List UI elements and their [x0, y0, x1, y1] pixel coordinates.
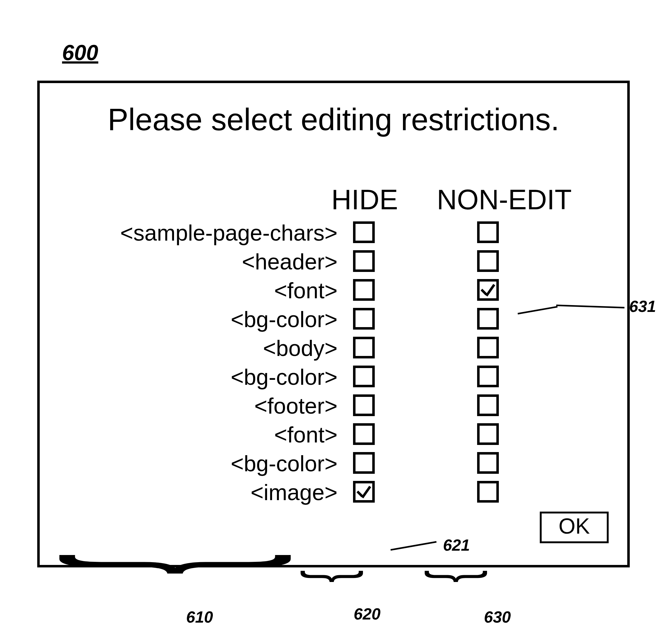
- callout-hide-column: 620: [354, 605, 381, 623]
- brace-icon: }: [72, 554, 320, 575]
- element-label: <sample-page-chars>: [102, 220, 338, 246]
- table-row: <image>: [102, 479, 567, 508]
- table-row: <body>: [102, 335, 567, 364]
- figure-canvas: 600 Please select editing restrictions. …: [0, 0, 671, 644]
- leader-line: [391, 541, 437, 551]
- nonedit-checkbox[interactable]: [477, 365, 499, 387]
- nonedit-checkbox[interactable]: [477, 279, 499, 301]
- hide-checkbox[interactable]: [353, 337, 375, 358]
- nonedit-checkbox[interactable]: [477, 395, 499, 416]
- callout-hide-checked: 621: [443, 536, 470, 554]
- table-row: <header>: [102, 248, 567, 277]
- element-label: <image>: [102, 480, 338, 505]
- nonedit-checkbox[interactable]: [477, 481, 499, 503]
- callout-nonedit-column: 630: [484, 608, 511, 626]
- hide-checkbox[interactable]: [353, 481, 375, 503]
- element-label: <header>: [102, 249, 338, 274]
- hide-checkbox[interactable]: [353, 423, 375, 445]
- element-label: <footer>: [102, 393, 338, 418]
- hide-checkbox[interactable]: [353, 452, 375, 474]
- hide-checkbox[interactable]: [353, 365, 375, 387]
- restrictions-dialog: Please select editing restrictions. HIDE…: [37, 81, 630, 567]
- element-label: <font>: [102, 422, 338, 448]
- callout-nonedit-checked: 631: [629, 297, 656, 315]
- table-row: <font>: [102, 277, 567, 306]
- table-row: <sample-page-chars>: [102, 220, 567, 248]
- hide-checkbox[interactable]: [353, 250, 375, 272]
- hide-checkbox[interactable]: [353, 308, 375, 330]
- hide-checkbox[interactable]: [353, 395, 375, 416]
- nonedit-checkbox[interactable]: [477, 250, 499, 272]
- nonedit-checkbox[interactable]: [477, 308, 499, 330]
- figure-number: 600: [62, 40, 98, 65]
- element-label: <body>: [102, 335, 338, 361]
- hide-checkbox[interactable]: [353, 221, 375, 243]
- element-label: <bg-color>: [102, 451, 338, 476]
- table-row: <bg-color>: [102, 450, 567, 479]
- table-row: <font>: [102, 421, 567, 450]
- callout-tree: 610: [186, 608, 213, 626]
- nonedit-checkbox[interactable]: [477, 337, 499, 358]
- element-label: <font>: [102, 278, 338, 303]
- nonedit-checkbox[interactable]: [477, 221, 499, 243]
- table-row: <bg-color>: [102, 364, 567, 392]
- ok-button[interactable]: OK: [540, 512, 609, 543]
- hide-checkbox[interactable]: [353, 279, 375, 301]
- table-row: <footer>: [102, 392, 567, 421]
- table-row: <bg-color>: [102, 306, 567, 335]
- element-label: <bg-color>: [102, 364, 338, 390]
- brace-icon: }: [424, 570, 501, 583]
- dialog-title: Please select editing restrictions.: [40, 102, 627, 137]
- nonedit-checkbox[interactable]: [477, 452, 499, 474]
- element-label: <bg-color>: [102, 307, 338, 332]
- nonedit-checkbox[interactable]: [477, 423, 499, 445]
- column-header-hide: HIDE: [331, 184, 398, 216]
- column-header-nonedit: NON-EDIT: [437, 184, 572, 216]
- brace-icon: }: [300, 570, 377, 583]
- restrictions-table: <sample-page-chars><header><font><bg-col…: [102, 220, 567, 508]
